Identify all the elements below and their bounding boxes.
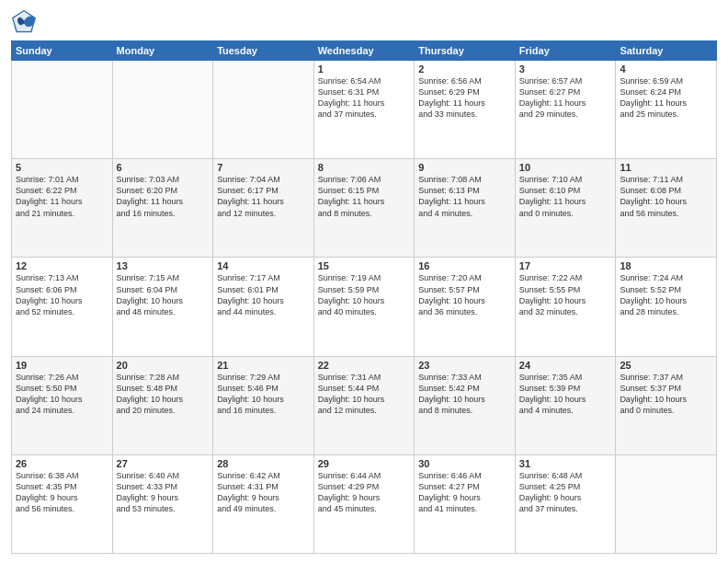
day-info: Sunrise: 7:37 AM Sunset: 5:37 PM Dayligh… [620,372,712,417]
day-number: 25 [620,360,712,371]
day-number: 1 [318,63,411,75]
header [11,9,717,35]
week-row-5: 26Sunrise: 6:38 AM Sunset: 4:35 PM Dayli… [12,454,717,553]
day-number: 5 [16,162,108,173]
day-info: Sunrise: 7:35 AM Sunset: 5:39 PM Dayligh… [519,372,612,417]
weekday-header-friday: Friday [515,41,616,61]
calendar-cell: 13Sunrise: 7:15 AM Sunset: 6:04 PM Dayli… [112,258,213,356]
day-info: Sunrise: 7:01 AM Sunset: 6:22 PM Dayligh… [16,174,108,219]
day-number: 6 [117,162,210,173]
day-number: 28 [217,458,310,469]
day-number: 30 [418,458,511,469]
day-info: Sunrise: 6:40 AM Sunset: 4:33 PM Dayligh… [117,470,210,515]
weekday-header-monday: Monday [112,41,213,61]
week-row-3: 12Sunrise: 7:13 AM Sunset: 6:06 PM Dayli… [12,258,717,356]
weekday-header-thursday: Thursday [415,41,516,61]
day-info: Sunrise: 7:04 AM Sunset: 6:17 PM Dayligh… [217,174,310,219]
calendar-cell: 1Sunrise: 6:54 AM Sunset: 6:31 PM Daylig… [313,61,415,159]
day-number: 18 [620,260,712,271]
day-number: 21 [217,360,310,371]
day-info: Sunrise: 6:48 AM Sunset: 4:25 PM Dayligh… [519,470,612,515]
page: SundayMondayTuesdayWednesdayThursdayFrid… [0,0,728,563]
day-number: 19 [16,360,108,371]
day-number: 17 [519,260,612,271]
calendar-cell: 31Sunrise: 6:48 AM Sunset: 4:25 PM Dayli… [515,454,616,553]
day-info: Sunrise: 7:15 AM Sunset: 6:04 PM Dayligh… [117,272,210,317]
calendar-cell: 21Sunrise: 7:29 AM Sunset: 5:46 PM Dayli… [213,356,314,454]
day-number: 14 [217,260,310,271]
day-number: 27 [117,458,210,469]
day-info: Sunrise: 7:10 AM Sunset: 6:10 PM Dayligh… [519,174,612,219]
calendar-cell [12,61,113,159]
day-number: 24 [519,360,612,371]
logo [11,9,40,35]
day-info: Sunrise: 6:42 AM Sunset: 4:31 PM Dayligh… [217,470,310,515]
calendar-cell [112,61,213,159]
day-info: Sunrise: 6:59 AM Sunset: 6:24 PM Dayligh… [620,75,712,121]
day-number: 26 [16,458,108,469]
day-info: Sunrise: 6:57 AM Sunset: 6:27 PM Dayligh… [519,75,612,121]
day-info: Sunrise: 7:13 AM Sunset: 6:06 PM Dayligh… [16,272,108,317]
week-row-4: 19Sunrise: 7:26 AM Sunset: 5:50 PM Dayli… [12,356,717,454]
week-row-2: 5Sunrise: 7:01 AM Sunset: 6:22 PM Daylig… [12,159,717,258]
day-info: Sunrise: 7:22 AM Sunset: 5:55 PM Dayligh… [519,272,612,317]
weekday-header-wednesday: Wednesday [313,41,415,61]
calendar-cell: 17Sunrise: 7:22 AM Sunset: 5:55 PM Dayli… [515,258,616,356]
calendar-cell: 4Sunrise: 6:59 AM Sunset: 6:24 PM Daylig… [616,61,717,159]
day-info: Sunrise: 7:28 AM Sunset: 5:48 PM Dayligh… [117,372,210,417]
weekday-header-tuesday: Tuesday [213,41,314,61]
day-number: 4 [620,63,712,75]
weekday-header-row: SundayMondayTuesdayWednesdayThursdayFrid… [12,41,717,61]
day-number: 8 [318,162,411,173]
calendar-cell: 29Sunrise: 6:44 AM Sunset: 4:29 PM Dayli… [313,454,415,553]
day-info: Sunrise: 7:24 AM Sunset: 5:52 PM Dayligh… [620,272,712,317]
day-number: 29 [318,458,411,469]
day-number: 3 [519,63,612,75]
day-number: 2 [418,63,511,75]
calendar-cell: 24Sunrise: 7:35 AM Sunset: 5:39 PM Dayli… [515,356,616,454]
day-number: 12 [16,260,108,271]
day-number: 31 [519,458,612,469]
calendar-cell: 30Sunrise: 6:46 AM Sunset: 4:27 PM Dayli… [415,454,516,553]
calendar-cell: 2Sunrise: 6:56 AM Sunset: 6:29 PM Daylig… [415,61,516,159]
calendar-cell: 3Sunrise: 6:57 AM Sunset: 6:27 PM Daylig… [515,61,616,159]
day-number: 10 [519,162,612,173]
calendar-cell: 27Sunrise: 6:40 AM Sunset: 4:33 PM Dayli… [112,454,213,553]
day-info: Sunrise: 7:26 AM Sunset: 5:50 PM Dayligh… [16,372,108,417]
calendar-cell: 5Sunrise: 7:01 AM Sunset: 6:22 PM Daylig… [12,159,113,258]
calendar-cell: 11Sunrise: 7:11 AM Sunset: 6:08 PM Dayli… [616,159,717,258]
day-number: 22 [318,360,411,371]
calendar-cell: 12Sunrise: 7:13 AM Sunset: 6:06 PM Dayli… [12,258,113,356]
calendar-cell: 8Sunrise: 7:06 AM Sunset: 6:15 PM Daylig… [313,159,415,258]
weekday-header-sunday: Sunday [12,41,113,61]
calendar-cell: 20Sunrise: 7:28 AM Sunset: 5:48 PM Dayli… [112,356,213,454]
day-number: 13 [117,260,210,271]
day-info: Sunrise: 6:56 AM Sunset: 6:29 PM Dayligh… [418,75,511,121]
day-info: Sunrise: 6:46 AM Sunset: 4:27 PM Dayligh… [418,470,511,515]
day-info: Sunrise: 7:17 AM Sunset: 6:01 PM Dayligh… [217,272,310,317]
calendar-cell: 26Sunrise: 6:38 AM Sunset: 4:35 PM Dayli… [12,454,113,553]
day-info: Sunrise: 6:44 AM Sunset: 4:29 PM Dayligh… [318,470,411,515]
day-number: 16 [418,260,511,271]
calendar-cell: 18Sunrise: 7:24 AM Sunset: 5:52 PM Dayli… [616,258,717,356]
day-info: Sunrise: 7:33 AM Sunset: 5:42 PM Dayligh… [418,372,511,417]
calendar-cell: 19Sunrise: 7:26 AM Sunset: 5:50 PM Dayli… [12,356,113,454]
day-number: 15 [318,260,411,271]
week-row-1: 1Sunrise: 6:54 AM Sunset: 6:31 PM Daylig… [12,61,717,159]
calendar-cell: 22Sunrise: 7:31 AM Sunset: 5:44 PM Dayli… [313,356,415,454]
day-number: 11 [620,162,712,173]
calendar-table: SundayMondayTuesdayWednesdayThursdayFrid… [11,40,717,554]
calendar-cell: 9Sunrise: 7:08 AM Sunset: 6:13 PM Daylig… [415,159,516,258]
day-number: 20 [117,360,210,371]
calendar-cell: 6Sunrise: 7:03 AM Sunset: 6:20 PM Daylig… [112,159,213,258]
day-info: Sunrise: 7:11 AM Sunset: 6:08 PM Dayligh… [620,174,712,219]
calendar-cell: 15Sunrise: 7:19 AM Sunset: 5:59 PM Dayli… [313,258,415,356]
calendar-cell [616,454,717,553]
calendar-cell: 10Sunrise: 7:10 AM Sunset: 6:10 PM Dayli… [515,159,616,258]
day-number: 23 [418,360,511,371]
day-info: Sunrise: 7:29 AM Sunset: 5:46 PM Dayligh… [217,372,310,417]
day-number: 9 [418,162,511,173]
day-info: Sunrise: 6:38 AM Sunset: 4:35 PM Dayligh… [16,470,108,515]
calendar-cell [213,61,314,159]
calendar-cell: 23Sunrise: 7:33 AM Sunset: 5:42 PM Dayli… [415,356,516,454]
